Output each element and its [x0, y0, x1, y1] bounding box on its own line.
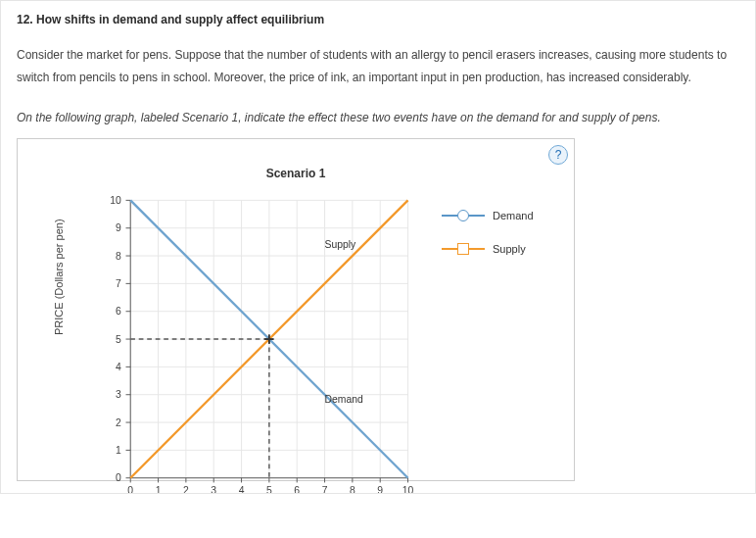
svg-text:5: 5: [116, 333, 121, 344]
svg-text:Supply: Supply: [325, 238, 357, 249]
svg-text:8: 8: [116, 250, 121, 261]
svg-text:0: 0: [127, 484, 133, 493]
question-body: Consider the market for pens. Suppose th…: [17, 44, 739, 89]
svg-text:1: 1: [156, 484, 162, 493]
question-title: 12. How shifts in demand and supply affe…: [17, 13, 739, 26]
legend-supply-draggable[interactable]: Supply: [442, 243, 540, 255]
circle-icon: [442, 215, 485, 217]
graph-panel: ? Scenario 1 PRICE (Dollars per pen) 012…: [17, 138, 575, 481]
legend-demand-draggable[interactable]: Demand: [442, 210, 540, 221]
question-instruction: On the following graph, labeled Scenario…: [17, 111, 739, 124]
legend-demand-label: Demand: [493, 210, 534, 221]
svg-text:2: 2: [116, 416, 121, 427]
svg-text:7: 7: [116, 278, 121, 289]
svg-text:9: 9: [116, 222, 121, 233]
svg-text:10: 10: [402, 484, 414, 493]
svg-text:4: 4: [116, 362, 121, 372]
legend: Demand Supply: [442, 210, 540, 276]
svg-text:9: 9: [377, 484, 383, 493]
svg-text:5: 5: [266, 484, 272, 493]
legend-supply-label: Supply: [493, 243, 526, 255]
chart-title: Scenario 1: [266, 167, 326, 180]
help-button[interactable]: ?: [548, 145, 568, 165]
svg-text:4: 4: [239, 484, 245, 493]
svg-text:6: 6: [116, 306, 121, 317]
square-icon: [442, 248, 485, 250]
svg-text:3: 3: [211, 484, 216, 493]
y-axis-label: PRICE (Dollars per pen): [53, 219, 65, 335]
svg-text:0: 0: [116, 472, 121, 483]
svg-text:Demand: Demand: [325, 394, 363, 405]
svg-text:7: 7: [322, 484, 328, 493]
svg-text:8: 8: [350, 484, 355, 493]
chart-plot-area[interactable]: 012345678910012345678910DemandSupply QUA…: [101, 190, 395, 484]
svg-text:6: 6: [294, 484, 300, 493]
svg-text:2: 2: [183, 484, 189, 493]
svg-text:10: 10: [110, 195, 121, 206]
svg-text:1: 1: [116, 445, 121, 456]
svg-text:3: 3: [116, 389, 121, 400]
